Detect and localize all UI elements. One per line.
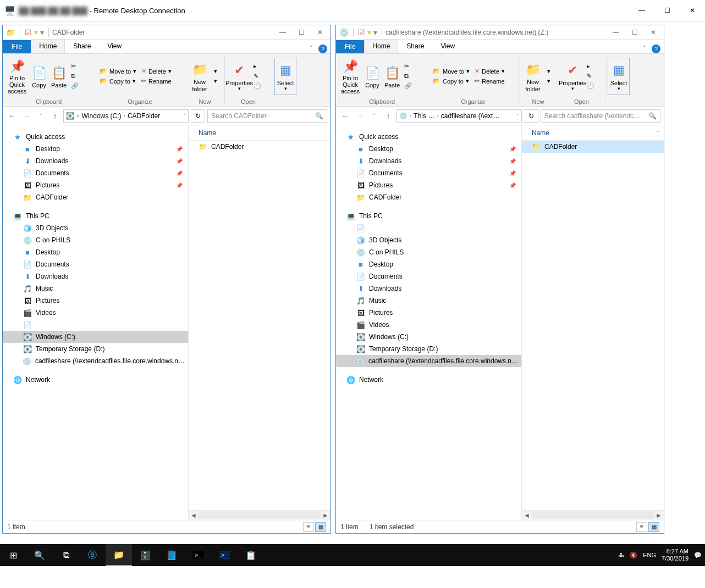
- view-details[interactable]: ≡: [303, 522, 314, 532]
- nav-videos[interactable]: 🎬Videos: [336, 319, 521, 331]
- list-item[interactable]: 📁CADFolder: [189, 141, 331, 153]
- paste-shortcut-button[interactable]: 🔗: [402, 81, 414, 91]
- tab-share[interactable]: Share: [398, 39, 432, 53]
- back-button[interactable]: ←: [6, 109, 18, 123]
- properties-button[interactable]: ✔Properties▾: [560, 58, 585, 95]
- nav-desktop[interactable]: ■Desktop📌: [336, 143, 521, 155]
- pin-quick-access-button[interactable]: 📌Pin to Quick access: [5, 58, 29, 95]
- nav-this-pc[interactable]: 💻This PC: [336, 210, 521, 222]
- view-details[interactable]: ≡: [636, 522, 647, 532]
- cut-button[interactable]: ✂: [402, 62, 414, 71]
- nav-documents2[interactable]: 📄Documents: [3, 258, 188, 270]
- minimize-button[interactable]: —: [607, 26, 625, 39]
- edit-button[interactable]: ✎: [585, 71, 597, 81]
- paste-button[interactable]: 📋Paste: [49, 58, 69, 95]
- nav-blank[interactable]: 📄: [3, 319, 188, 331]
- copy-to-button[interactable]: 📂 Copy to ▾: [97, 76, 139, 86]
- nav-downloads[interactable]: ⬇Downloads📌: [3, 155, 188, 167]
- tab-file[interactable]: File: [3, 40, 31, 53]
- help-icon[interactable]: ?: [652, 45, 660, 53]
- nav-pictures2[interactable]: 🖼Pictures: [3, 295, 188, 307]
- history-button[interactable]: 🕘: [251, 81, 263, 91]
- hscroll[interactable]: ◄►: [189, 510, 331, 520]
- nav-quick-access[interactable]: ★Quick access: [336, 131, 521, 143]
- close-button[interactable]: ✕: [680, 2, 705, 19]
- nav-documents[interactable]: 📄Documents📌: [336, 167, 521, 179]
- nav-this-pc[interactable]: 💻This PC: [3, 210, 188, 222]
- qat-customize-icon[interactable]: ▾: [40, 28, 44, 37]
- tray-sound-icon[interactable]: 🔇: [630, 552, 637, 559]
- recent-button[interactable]: ˅: [368, 109, 380, 123]
- new-item-button[interactable]: ▾: [545, 66, 553, 76]
- ribbon-collapse-icon[interactable]: ˄: [310, 45, 313, 53]
- new-folder-button[interactable]: 📁New folder: [521, 58, 545, 95]
- nav-downloads2[interactable]: ⬇Downloads: [336, 282, 521, 295]
- nav-network[interactable]: 🌐Network: [3, 374, 188, 386]
- search-box[interactable]: Search CADFolder🔍: [207, 109, 327, 123]
- copy-button[interactable]: 📄Copy: [29, 58, 49, 95]
- server-manager-icon[interactable]: 🗄️: [132, 544, 158, 566]
- nav-cadfolder[interactable]: 📁CADFolder: [336, 191, 521, 203]
- hscroll[interactable]: ◄►: [522, 510, 664, 520]
- ribbon-collapse-icon[interactable]: ˄: [643, 45, 646, 53]
- view-icons[interactable]: ▦: [648, 522, 659, 532]
- nav-network[interactable]: 🌐Network: [336, 374, 521, 386]
- explorer-taskbar-icon[interactable]: 📁: [106, 544, 132, 566]
- maximize-button[interactable]: ☐: [625, 26, 644, 39]
- search-box[interactable]: Search cadfileshare (\\extendcadfile…🔍: [541, 109, 660, 123]
- nav-videos[interactable]: 🎬Videos: [3, 307, 188, 319]
- start-button[interactable]: ⊞: [0, 544, 26, 566]
- paste-shortcut-button[interactable]: 🔗: [69, 81, 81, 91]
- properties-button[interactable]: ✔Properties▾: [227, 58, 251, 95]
- forward-button[interactable]: →: [354, 109, 366, 123]
- app-icon[interactable]: 📘: [158, 544, 185, 566]
- nav-cadfolder[interactable]: 📁CADFolder: [3, 191, 188, 203]
- close-button[interactable]: ✕: [644, 26, 663, 39]
- tab-share[interactable]: Share: [65, 39, 99, 53]
- pin-quick-access-button[interactable]: 📌Pin to Quick access: [338, 58, 362, 95]
- nav-documents[interactable]: 📄Documents📌: [3, 167, 188, 179]
- paste-button[interactable]: 📋Paste: [382, 58, 402, 95]
- nav-pictures2[interactable]: 🖼Pictures: [336, 307, 521, 319]
- maximize-button[interactable]: ☐: [292, 26, 311, 39]
- tray-language[interactable]: ENG: [643, 552, 656, 558]
- tab-view[interactable]: View: [99, 39, 130, 53]
- copy-to-button[interactable]: 📂 Copy to ▾: [431, 76, 472, 86]
- nav-blank[interactable]: 📄: [336, 222, 521, 234]
- forward-button[interactable]: →: [20, 109, 32, 123]
- ie-icon[interactable]: ⓔ: [79, 544, 106, 566]
- search-button[interactable]: 🔍: [26, 544, 53, 566]
- nav-documents2[interactable]: 📄Documents: [336, 270, 521, 282]
- nav-desktop2[interactable]: ■Desktop: [3, 246, 188, 258]
- action-center-icon[interactable]: 💬: [694, 552, 702, 559]
- nav-3d-objects[interactable]: 🧊3D Objects: [336, 234, 521, 246]
- qat-properties-icon[interactable]: ☑: [25, 28, 32, 37]
- task-view-button[interactable]: ⧉: [53, 544, 79, 566]
- delete-button[interactable]: ✕ Delete ▾: [139, 66, 181, 76]
- nav-music[interactable]: 🎵Music: [336, 295, 521, 307]
- nav-quick-access[interactable]: ★Quick access: [3, 131, 188, 143]
- new-folder-button[interactable]: 📁New folder: [188, 58, 212, 95]
- view-icons[interactable]: ▦: [315, 522, 326, 532]
- move-to-button[interactable]: 📂 Move to ▾: [431, 66, 472, 76]
- new-item-button[interactable]: ▾: [212, 66, 219, 76]
- recent-button[interactable]: ˅: [35, 109, 47, 123]
- easy-access-button[interactable]: ▾: [212, 76, 219, 86]
- open-button[interactable]: ▸: [251, 62, 263, 71]
- address-bar[interactable]: 💽 « Windows (C:)› CADFolder ˅: [63, 109, 189, 123]
- nav-downloads2[interactable]: ⬇Downloads: [3, 270, 188, 282]
- cut-button[interactable]: ✂: [69, 62, 81, 71]
- nav-c-phils[interactable]: 💿C on PHILS: [3, 234, 188, 246]
- tray-network-icon[interactable]: 🖧: [618, 552, 624, 558]
- nav-temp-d[interactable]: 💽Temporary Storage (D:): [336, 343, 521, 355]
- powershell-icon[interactable]: >_: [211, 544, 238, 566]
- nav-desktop[interactable]: ■Desktop📌: [3, 143, 188, 155]
- app-icon-2[interactable]: 📋: [238, 544, 264, 566]
- refresh-button[interactable]: ↻: [524, 109, 538, 123]
- nav-pictures[interactable]: 🖼Pictures📌: [3, 179, 188, 191]
- nav-cadfileshare-z[interactable]: 💿cadfileshare (\\extendcadfiles.file.cor…: [3, 355, 188, 367]
- up-button[interactable]: ↑: [382, 109, 394, 123]
- qat-customize-icon[interactable]: ▾: [373, 28, 377, 37]
- tab-view[interactable]: View: [432, 39, 463, 53]
- rename-button[interactable]: ✏ Rename: [139, 76, 181, 86]
